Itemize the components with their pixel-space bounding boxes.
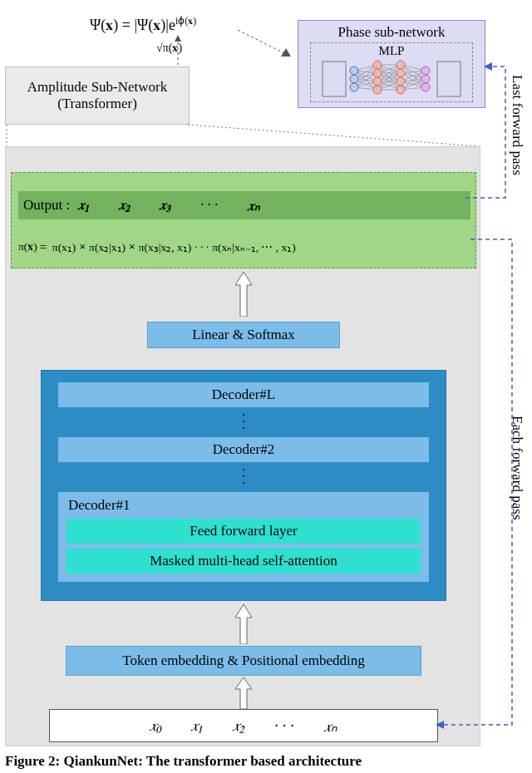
diagram-canvas: Ψ(𝐱) = |Ψ(𝐱)|eiϕ(𝐱) √π(𝐱) Amplitude Sub-…	[0, 0, 532, 773]
svg-marker-65	[484, 62, 492, 71]
feedback-arrows	[0, 0, 532, 760]
side-label-last: Last forward pass	[509, 75, 525, 175]
figure-caption: Figure 2: QiankunNet: The transformer ba…	[5, 753, 362, 770]
svg-marker-66	[436, 721, 444, 729]
side-label-each: Each forward pass	[509, 416, 525, 520]
